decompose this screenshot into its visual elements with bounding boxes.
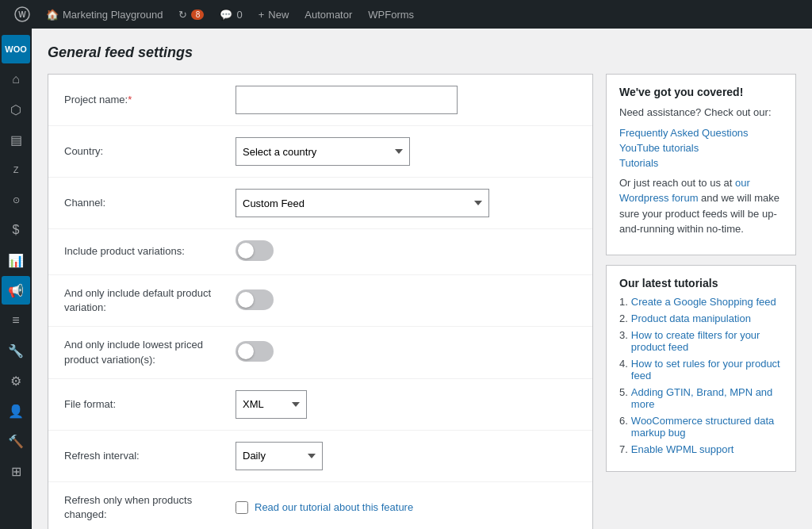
sidebar-icon-settings[interactable]: ⚙ xyxy=(2,366,30,395)
list-item: How to set rules for your product feed xyxy=(619,358,783,381)
refresh-changed-checkbox-row: Read our tutorial about this feature xyxy=(236,501,576,514)
lowest-priced-toggle[interactable] xyxy=(236,341,274,362)
refresh-changed-label: Refresh only when products changed: xyxy=(64,493,223,522)
sidebar-icon-tools[interactable]: 🔨 xyxy=(2,427,30,455)
sidebar-icon-circle[interactable]: ⊙ xyxy=(2,186,30,214)
project-name-label-text: Project name: xyxy=(64,94,128,105)
project-name-label: Project name:* xyxy=(64,93,223,107)
forum-link[interactable]: our Wordpress forum xyxy=(619,177,750,205)
sidebar-icon-orders[interactable]: Z xyxy=(2,155,30,184)
default-variation-toggle[interactable] xyxy=(236,289,274,310)
tutorial-list: Create a Google Shopping feed Product da… xyxy=(619,296,783,455)
form-card: Project name:* Country: Select a country… xyxy=(48,74,593,529)
refresh-interval-row: Refresh interval: Daily Hourly Weekly xyxy=(48,431,592,482)
country-select[interactable]: Select a country United States United Ki… xyxy=(236,137,410,166)
sidebar-icon-chart[interactable]: 📊 xyxy=(2,246,30,274)
project-name-input[interactable] xyxy=(236,86,458,114)
sidebar-icon-woo[interactable]: WOO xyxy=(2,35,30,63)
sidebar: WOO ⌂ ⬡ ▤ Z ⊙ $ 📊 📢 ≡ 🔧 ⚙ 👤 🔨 ⊞ 👤 ▶ xyxy=(0,29,32,529)
plus-icon: + xyxy=(259,9,265,21)
refresh-interval-control: Daily Hourly Weekly xyxy=(236,442,576,470)
site-name-item[interactable]: 🏠 Marketing Playground xyxy=(38,0,170,29)
refresh-icon: ↻ xyxy=(178,9,187,21)
main-content: General feed settings Project name:* Cou… xyxy=(32,29,812,529)
comments-item[interactable]: 💬 0 xyxy=(212,0,250,29)
faq-link[interactable]: Frequently Asked Questions xyxy=(619,127,783,139)
file-format-row: File format: XML CSV TSV xyxy=(48,379,592,431)
channel-select[interactable]: Custom Feed Google Shopping Facebook Bin… xyxy=(236,189,489,217)
updates-badge: 8 xyxy=(191,10,204,20)
tutorials-card: Our latest tutorials Create a Google Sho… xyxy=(606,265,796,472)
automator-item[interactable]: Automator xyxy=(297,0,360,29)
list-item: Enable WPML support xyxy=(619,443,783,455)
list-item: Product data manipulation xyxy=(619,312,783,324)
new-label: New xyxy=(268,9,289,21)
refresh-changed-row: Refresh only when products changed: Read… xyxy=(48,482,592,529)
include-variations-control xyxy=(236,240,576,263)
country-control: Select a country United States United Ki… xyxy=(236,137,576,166)
refresh-changed-control: Read our tutorial about this feature xyxy=(236,501,576,514)
list-item: Create a Google Shopping feed xyxy=(619,296,783,308)
channel-label: Channel: xyxy=(64,196,223,210)
project-name-row: Project name:* xyxy=(48,75,592,126)
help-body: Or just reach out to us at our Wordpress… xyxy=(619,175,783,237)
updates-item[interactable]: ↻ 8 xyxy=(170,0,212,29)
admin-bar: W 🏠 Marketing Playground ↻ 8 💬 0 + New A… xyxy=(0,0,812,29)
file-format-control: XML CSV TSV xyxy=(236,390,576,419)
refresh-changed-checkbox[interactable] xyxy=(236,501,248,514)
refresh-interval-select[interactable]: Daily Hourly Weekly xyxy=(236,442,323,470)
tutorial-link-6[interactable]: WooCommerce structured data markup bug xyxy=(631,415,783,439)
include-variations-row: Include product variations: xyxy=(48,229,592,275)
channel-row: Channel: Custom Feed Google Shopping Fac… xyxy=(48,178,592,229)
include-variations-label: Include product variations: xyxy=(64,244,223,259)
lowest-priced-slider xyxy=(236,341,274,362)
wp-logo-item[interactable]: W xyxy=(6,0,38,29)
tutorial-link-3[interactable]: How to create filters for your product f… xyxy=(631,329,783,353)
lowest-priced-label: And only include lowest priced product v… xyxy=(64,338,223,366)
tutorial-link-2[interactable]: Product data manipulation xyxy=(631,312,751,324)
default-variation-slider xyxy=(236,289,274,310)
help-card: We've got you covered! Need assistance? … xyxy=(606,74,796,255)
help-intro: Need assistance? Check out our: xyxy=(619,105,783,121)
channel-control: Custom Feed Google Shopping Facebook Bin… xyxy=(236,189,576,217)
automator-label: Automator xyxy=(304,9,352,21)
list-item: Adding GTIN, Brand, MPN and more xyxy=(619,386,783,410)
refresh-interval-label: Refresh interval: xyxy=(64,449,223,463)
side-panel: We've got you covered! Need assistance? … xyxy=(606,74,796,472)
file-format-label: File format: xyxy=(64,397,223,412)
wpforms-item[interactable]: WPForms xyxy=(360,0,422,29)
sidebar-icon-analytics[interactable]: ▤ xyxy=(2,125,30,154)
sidebar-icon-dollar[interactable]: $ xyxy=(2,216,30,244)
country-row: Country: Select a country United States … xyxy=(48,126,592,178)
svg-text:W: W xyxy=(18,10,26,19)
new-item[interactable]: + New xyxy=(251,0,297,29)
include-variations-slider xyxy=(236,240,274,261)
list-item: WooCommerce structured data markup bug xyxy=(619,415,783,439)
tutorials-title: Our latest tutorials xyxy=(619,277,783,289)
comment-icon: 💬 xyxy=(220,9,232,21)
page-title: General feed settings xyxy=(48,44,796,61)
tutorial-link-7[interactable]: Enable WPML support xyxy=(631,443,734,455)
sidebar-icon-list[interactable]: ≡ xyxy=(2,306,30,335)
sidebar-icon-megaphone[interactable]: 📢 xyxy=(2,276,30,305)
tutorials-link[interactable]: Tutorials xyxy=(619,157,783,169)
file-format-select[interactable]: XML CSV TSV xyxy=(236,390,307,419)
tutorial-link-5[interactable]: Adding GTIN, Brand, MPN and more xyxy=(631,386,783,410)
required-star: * xyxy=(128,94,132,105)
sidebar-icon-plugins[interactable]: ⬡ xyxy=(2,95,30,124)
sidebar-icon-wrench[interactable]: 🔧 xyxy=(2,336,30,365)
sidebar-icon-dashboard[interactable]: ⌂ xyxy=(2,65,30,94)
wp-logo-icon: W xyxy=(14,6,30,22)
youtube-link[interactable]: YouTube tutorials xyxy=(619,142,783,154)
default-variation-control xyxy=(236,289,576,312)
include-variations-toggle[interactable] xyxy=(236,240,274,261)
sidebar-icon-layers[interactable]: ⊞ xyxy=(2,457,30,485)
lowest-priced-row: And only include lowest priced product v… xyxy=(48,327,592,378)
default-variation-label: And only include default product variati… xyxy=(64,286,223,315)
wpforms-label: WPForms xyxy=(368,9,414,21)
help-title: We've got you covered! xyxy=(619,86,783,98)
tutorial-link-1[interactable]: Create a Google Shopping feed xyxy=(631,296,776,308)
tutorial-link-4[interactable]: How to set rules for your product feed xyxy=(631,358,783,381)
sidebar-icon-user[interactable]: 👤 xyxy=(2,397,30,425)
refresh-changed-tutorial-link[interactable]: Read our tutorial about this feature xyxy=(255,501,413,513)
